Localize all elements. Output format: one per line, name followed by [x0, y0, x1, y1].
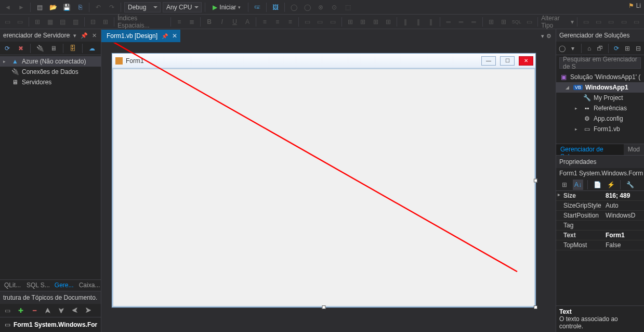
- save-icon[interactable]: 💾: [61, 2, 72, 13]
- doc-dropdown-icon[interactable]: ▾: [540, 33, 545, 40]
- change-type-combo: Alterar Tipo ▾: [541, 16, 574, 28]
- out-left-icon: ⮜: [70, 305, 80, 316]
- tree-project[interactable]: ◢ VB WindowsApp1: [556, 82, 644, 93]
- form-window[interactable]: Form1 — ☐ ✕: [112, 53, 536, 308]
- tree-myproject[interactable]: 🔧 My Project: [556, 93, 644, 103]
- tab-mode[interactable]: Mod: [624, 144, 644, 155]
- main-toolbar-1: ◄ ► ▤ 📂 💾 ⎘ ↶ ↷ Debug Any CPU ▶ Iniciar …: [0, 0, 644, 15]
- t2-5: ▤: [58, 16, 68, 28]
- align-center-icon: ≡: [272, 16, 283, 28]
- resize-handle-s[interactable]: [322, 305, 326, 309]
- close-button[interactable]: ✕: [519, 56, 533, 66]
- minimize-button[interactable]: —: [481, 56, 496, 66]
- azure-icon[interactable]: ☁: [87, 43, 97, 54]
- resize-handle-se[interactable]: [534, 305, 537, 309]
- collapse-icon[interactable]: ⊟: [634, 43, 642, 54]
- tab-solution-explorer[interactable]: Gerenciador de Solu...: [556, 144, 624, 155]
- tab-sqlite[interactable]: QLit...: [0, 280, 22, 291]
- out-del-icon[interactable]: ━: [29, 305, 40, 316]
- props-page-icon[interactable]: 📄: [592, 180, 602, 190]
- out-add-icon[interactable]: ✚: [16, 305, 26, 316]
- italic-icon: I: [217, 16, 227, 28]
- property-description: Text O texto associado ao controle.: [556, 305, 644, 332]
- doc-tab-form1[interactable]: Form1.vb [Design] 📌 ✕: [101, 30, 180, 42]
- solution-search-input[interactable]: Pesquisar em Gerenciador de S: [559, 57, 641, 69]
- tree-appconfig[interactable]: ⚙ App.config: [556, 113, 644, 124]
- alpha-sort-icon[interactable]: A↓: [573, 180, 583, 190]
- form-titlebar: Form1 — ☐ ✕: [112, 54, 535, 68]
- tree-item-data-connections[interactable]: 🔌 Conexões de Dados: [0, 67, 101, 77]
- out-down-icon: ⮟: [56, 305, 67, 316]
- prop-row-text[interactable]: Text Form1: [556, 231, 644, 240]
- close-icon[interactable]: ✕: [91, 32, 98, 39]
- refresh-icon[interactable]: ⟳: [613, 43, 621, 54]
- sol-fwd-icon[interactable]: ▾: [569, 43, 577, 54]
- resize-handle-e[interactable]: [534, 178, 537, 182]
- maximize-button[interactable]: ☐: [500, 56, 515, 66]
- form-client-area[interactable]: [112, 68, 535, 307]
- expand-icon[interactable]: ◢: [566, 85, 571, 90]
- tb-icon-c: ⊗: [315, 2, 326, 13]
- db-icon[interactable]: 🗄: [68, 43, 78, 54]
- configuration-combo[interactable]: Debug: [124, 2, 161, 12]
- tree-references[interactable]: ▸ ▪▪ Referências: [556, 103, 644, 113]
- t2-f1: ⊞: [486, 16, 496, 28]
- nav-back-icon: ◄: [2, 2, 14, 13]
- properties-object[interactable]: Form1 System.Windows.Form: [556, 168, 644, 178]
- gear-icon[interactable]: ⚙: [545, 33, 553, 40]
- tab-gerenciador[interactable]: Gere...: [50, 280, 75, 291]
- add-conn-icon[interactable]: 🔌: [35, 43, 45, 54]
- t2-align2: ≣: [187, 16, 197, 28]
- tree-item-servers[interactable]: 🖥 Servidores: [0, 77, 101, 87]
- show-all-icon[interactable]: ⊞: [623, 43, 631, 54]
- sol-back-icon[interactable]: ◯: [558, 43, 566, 54]
- tree-form1[interactable]: ▸ ▭ Form1.vb: [556, 124, 644, 134]
- tab-sqls[interactable]: SQL S...: [22, 280, 50, 291]
- server-icon: 🖥: [11, 79, 19, 86]
- pin-icon[interactable]: 📌: [162, 33, 168, 39]
- dropdown-icon[interactable]: ▾: [72, 32, 77, 39]
- image-icon[interactable]: 🖼: [270, 2, 281, 13]
- browser-icon[interactable]: ⮓: [252, 2, 263, 13]
- tb-icon-e: ⬚: [342, 2, 353, 13]
- expand-icon[interactable]: ▸: [575, 106, 580, 111]
- outline-row-form1[interactable]: ▭ Form1 System.Windows.For: [3, 320, 98, 330]
- platform-combo[interactable]: Any CPU: [163, 2, 202, 12]
- tree-item-azure[interactable]: ▸ ▲ Azure (Não conectado): [0, 56, 101, 67]
- open-icon[interactable]: 📂: [47, 2, 59, 13]
- pin-icon[interactable]: 📌: [80, 32, 89, 39]
- out-right-icon: ⮞: [83, 305, 94, 316]
- solution-explorer-header: Gerenciador de Soluções: [556, 29, 644, 42]
- add-server-icon[interactable]: 🖥: [48, 43, 59, 54]
- form-designer[interactable]: Form1 — ☐ ✕: [101, 43, 556, 332]
- t2-c3: ⊞: [370, 16, 380, 28]
- account-label[interactable]: ⚑ Li: [628, 2, 641, 9]
- home-icon[interactable]: ⌂: [585, 43, 593, 54]
- sql-icon: SQL: [511, 16, 522, 28]
- solution-tree: ▣ Solução 'WindowsApp1' ( ◢ VB WindowsAp…: [556, 71, 644, 144]
- t2-d3: ‖: [426, 16, 436, 28]
- stop-icon[interactable]: ✖: [16, 43, 26, 54]
- t2-e1: ═: [443, 16, 453, 28]
- tab-caixa[interactable]: Caixa...: [75, 280, 101, 291]
- categorized-icon[interactable]: ⊞: [559, 180, 570, 190]
- save-all-icon[interactable]: ⎘: [74, 2, 86, 13]
- undo-icon: ↶: [93, 2, 104, 13]
- close-icon[interactable]: ✕: [172, 32, 177, 40]
- sol-sync-icon[interactable]: 🗗: [596, 43, 604, 54]
- prop-row-startposition[interactable]: StartPosition WindowsD: [556, 211, 644, 221]
- new-project-icon[interactable]: ▤: [34, 2, 45, 13]
- document-outline-title: trutura de Tópicos de Documento...: [3, 294, 98, 301]
- prop-row-sizegrip[interactable]: SizeGripStyle Auto: [556, 201, 644, 211]
- prop-row-tag[interactable]: Tag: [556, 221, 644, 231]
- expand-icon[interactable]: ▸: [3, 59, 8, 64]
- expand-icon[interactable]: ▸: [575, 126, 580, 132]
- prop-row-size[interactable]: Size 816; 489: [556, 191, 644, 201]
- prop-row-topmost[interactable]: TopMost False: [556, 240, 644, 250]
- tree-solution[interactable]: ▣ Solução 'WindowsApp1' (: [556, 72, 644, 82]
- events-icon[interactable]: ⚡: [606, 180, 616, 190]
- main-toolbar-2: ▭ ▭ ⊞ ▦ ▤ ▥ ⊟ ⊞ Índices Espaciais... ≡ ≣…: [0, 15, 644, 29]
- server-explorer-toolbar: ⟳ ✖ 🔌 🖥 🗄 ☁: [0, 42, 101, 55]
- connect-icon[interactable]: ⟳: [2, 43, 12, 54]
- start-debug-button[interactable]: ▶ Iniciar ▾: [208, 2, 245, 13]
